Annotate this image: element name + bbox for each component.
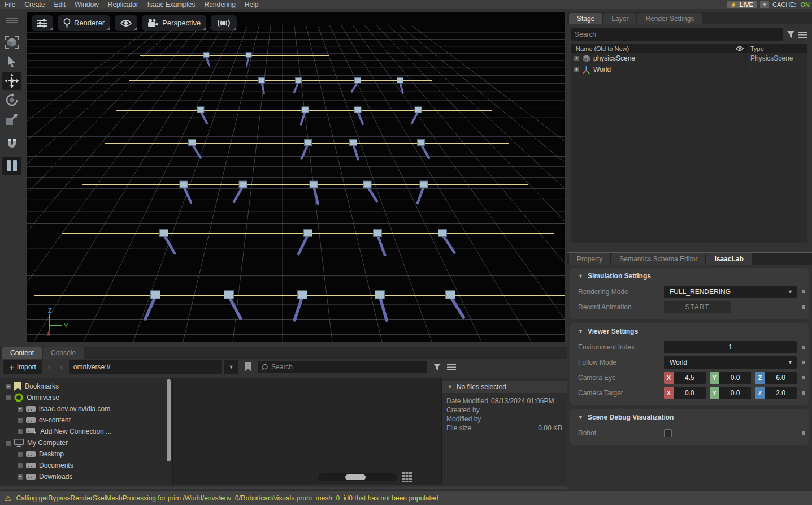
select-mode-button[interactable] <box>2 33 21 51</box>
record-start-button[interactable]: START <box>664 301 731 313</box>
camera-target-y-field[interactable]: 0.0 <box>719 387 752 399</box>
column-visibility[interactable] <box>731 44 745 53</box>
options-menu-icon[interactable] <box>798 31 807 38</box>
camera-button[interactable]: Perspective <box>142 15 206 31</box>
default-indicator[interactable] <box>802 431 805 435</box>
renderer-button[interactable]: Renderer <box>58 15 110 31</box>
camera-eye-y-field[interactable]: 0.0 <box>719 372 752 384</box>
expand-icon[interactable]: + <box>18 463 23 468</box>
file-info-header[interactable]: ▼ No files selected <box>442 381 567 393</box>
expand-icon[interactable]: + <box>18 452 23 457</box>
options-menu-icon[interactable] <box>447 364 456 371</box>
rotate-tool-button[interactable] <box>2 91 21 109</box>
expand-icon[interactable]: − <box>6 395 11 400</box>
expand-icon[interactable]: + <box>18 418 23 423</box>
grid-view-icon[interactable] <box>402 472 412 482</box>
column-type[interactable]: Type <box>745 44 807 53</box>
tab-isaaclab[interactable]: IsaacLab <box>706 253 751 265</box>
stage-row-physicsScene[interactable]: +physicsScenePhysicsScene <box>571 53 807 64</box>
viewport-settings-button[interactable] <box>32 15 53 31</box>
expand-icon[interactable]: + <box>18 429 23 434</box>
stage-row-World[interactable]: +World <box>571 64 807 75</box>
default-indicator[interactable] <box>802 305 805 309</box>
audio-button[interactable] <box>211 15 237 31</box>
section-header[interactable]: ▼ Scene Debug Visualization <box>570 409 809 425</box>
menu-edit[interactable]: Edit <box>54 1 66 8</box>
live-dropdown-chevron-icon[interactable]: ▼ <box>760 1 769 8</box>
tree-item-my-computer[interactable]: −My Computer <box>0 437 172 448</box>
tab-stage[interactable]: Stage <box>569 13 602 24</box>
toolbar-grip-icon[interactable] <box>2 11 21 29</box>
robot-checkbox[interactable] <box>664 429 672 437</box>
tree-item-ov-content[interactable]: +ov-content <box>0 415 172 426</box>
follow-mode-dropdown[interactable]: World ▼ <box>664 356 797 369</box>
column-name[interactable]: Name (Old to New) <box>571 44 731 53</box>
environment-index-field[interactable]: 1 <box>664 341 797 353</box>
thumbnail-size-slider[interactable] <box>318 473 397 481</box>
tree-item-omniverse[interactable]: −Omniverse <box>0 392 172 403</box>
viewport-3d[interactable]: Renderer Perspective Z Y X <box>27 12 565 342</box>
expand-icon[interactable]: − <box>6 441 11 446</box>
visibility-cell[interactable] <box>731 53 745 64</box>
filter-icon[interactable] <box>433 363 441 372</box>
back-button[interactable]: ‹ <box>44 363 54 372</box>
tree-item-add-new-connection-[interactable]: +Add New Connection ... <box>0 426 172 437</box>
warning-message[interactable]: Calling getBypassRenderSkelMeshProcessin… <box>16 494 439 502</box>
tab-content[interactable]: Content <box>2 347 42 359</box>
filter-icon[interactable] <box>787 31 795 39</box>
default-indicator[interactable] <box>802 376 805 379</box>
default-indicator[interactable] <box>802 290 805 293</box>
tree-item-isaac-dev-ov-nvidia-com[interactable]: +isaac-dev.ov.nvidia.com <box>0 403 172 415</box>
scale-tool-button[interactable] <box>2 110 21 128</box>
tree-item-desktop[interactable]: +Desktop <box>0 448 172 460</box>
expand-icon[interactable]: + <box>18 474 23 480</box>
menu-help[interactable]: Help <box>245 1 259 8</box>
move-tool-button[interactable] <box>2 72 21 90</box>
section-header[interactable]: ▼ Viewer Settings <box>570 323 809 339</box>
camera-target-z-field[interactable]: 2.0 <box>765 387 797 399</box>
tree-item-downloads[interactable]: +Downloads <box>0 471 172 482</box>
tab-semantics-schema-editor[interactable]: Semantics Schema Editor <box>611 253 705 265</box>
tree-item-bookmarks[interactable]: −Bookmarks <box>0 381 172 392</box>
default-indicator[interactable] <box>802 391 805 395</box>
menu-file[interactable]: File <box>5 1 15 8</box>
tab-layer[interactable]: Layer <box>603 13 636 24</box>
file-grid-area[interactable] <box>172 378 441 485</box>
stage-search-input[interactable] <box>575 31 780 38</box>
menu-rendering[interactable]: Rendering <box>204 1 235 8</box>
menu-window[interactable]: Window <box>75 1 99 8</box>
expand-icon[interactable]: − <box>6 384 11 389</box>
expand-icon[interactable]: + <box>574 56 579 61</box>
menu-create[interactable]: Create <box>24 1 45 8</box>
visibility-button[interactable] <box>115 15 137 31</box>
path-field[interactable]: omniverse:// <box>69 360 222 374</box>
rendering-mode-dropdown[interactable]: FULL_RENDERING ▼ <box>664 286 797 298</box>
default-indicator[interactable] <box>802 361 805 364</box>
camera-eye-x-field[interactable]: 4.5 <box>674 372 706 384</box>
tab-property[interactable]: Property <box>569 253 610 265</box>
expand-icon[interactable]: + <box>18 407 23 412</box>
default-indicator[interactable] <box>802 346 805 349</box>
tree-item-clipped[interactable]: + <box>0 482 172 485</box>
menu-replicator[interactable]: Replicator <box>108 1 138 8</box>
select-tool-button[interactable] <box>2 53 21 71</box>
section-header[interactable]: ▼ Simulation Settings <box>570 268 809 284</box>
camera-eye-z-field[interactable]: 6.0 <box>765 372 797 384</box>
tab-render-settings[interactable]: Render Settings <box>637 13 702 24</box>
scrollbar-thumb[interactable] <box>167 379 171 461</box>
camera-target-x-field[interactable]: 0.0 <box>674 387 706 399</box>
horizontal-scrollbar[interactable] <box>0 487 567 489</box>
stage-search-box[interactable] <box>571 28 783 41</box>
pause-button[interactable] <box>2 157 21 175</box>
path-dropdown-button[interactable]: ▼ <box>224 360 238 374</box>
bookmark-icon[interactable] <box>244 362 252 372</box>
live-button[interactable]: ⚡ LIVE <box>727 1 757 8</box>
visibility-cell[interactable] <box>731 64 745 75</box>
menu-isaac-examples[interactable]: Isaac Examples <box>147 1 196 8</box>
tab-console[interactable]: Console <box>43 347 84 359</box>
import-button[interactable]: + Import <box>3 360 42 374</box>
expand-icon[interactable]: + <box>574 67 579 72</box>
forward-button[interactable]: › <box>57 363 67 372</box>
content-search-box[interactable] <box>258 361 427 373</box>
tree-item-documents[interactable]: +Documents <box>0 460 172 471</box>
